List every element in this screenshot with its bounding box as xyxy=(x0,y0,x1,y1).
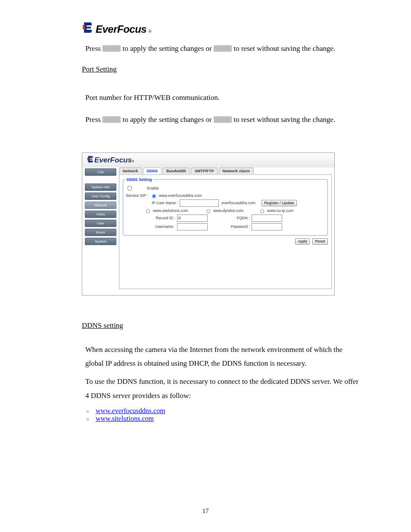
isp-dyndns-radio[interactable] xyxy=(206,209,210,213)
sidebar-item-event[interactable]: Event xyxy=(85,229,116,236)
reset-button[interactable]: Reset xyxy=(312,238,328,245)
sidebar-item-network[interactable]: Network xyxy=(85,202,116,209)
tab-bandwidth[interactable]: Bandwidth xyxy=(162,168,190,174)
ss-brand-name: EverFocus xyxy=(94,156,132,165)
text: to apply the setting changes or xyxy=(121,44,214,53)
sidebar-item-user[interactable]: User xyxy=(85,220,116,227)
section-ddns-setting: DDNS setting xyxy=(82,321,359,330)
port-desc: Port number for HTTP/WEB communication. xyxy=(85,91,359,105)
text: to reset without saving the change. xyxy=(232,115,335,124)
brand-logo: EverFocus ® xyxy=(82,22,359,35)
page-number: 17 xyxy=(0,507,411,515)
tab-ddns[interactable]: DDNS xyxy=(143,168,162,174)
tab-network-alarm[interactable]: Network Alarm xyxy=(219,168,254,174)
isp-sitelutions-radio[interactable] xyxy=(146,209,150,213)
ipcam-name-label: IP Cam Name : xyxy=(152,201,178,205)
isp-everfocus-label: www.everfocusddns.com xyxy=(159,193,202,198)
reset-button-placeholder xyxy=(214,116,232,123)
ddns-paragraph-1: When accessing the camera via the Intern… xyxy=(85,343,359,371)
fqdn-input[interactable] xyxy=(252,215,282,222)
link-sitelutions[interactable]: www.sitelutions.com xyxy=(96,415,154,422)
ss-header: EverFocus ® xyxy=(82,153,334,168)
reset-button-placeholder xyxy=(214,45,232,52)
tabs: Network DDNS Bandwidth SMTP/FTP Network … xyxy=(119,168,332,174)
isp-noip-radio[interactable] xyxy=(260,209,264,213)
link-everfocusddns[interactable]: www.everfocusddns.com xyxy=(96,407,165,414)
username-input[interactable] xyxy=(177,223,208,230)
text: to apply the setting changes or xyxy=(121,115,214,124)
ss-brand-reg: ® xyxy=(132,160,134,163)
tab-smtp-ftp[interactable]: SMTP/FTP xyxy=(191,168,218,174)
sidebar: Live System Info User Config Network Vid… xyxy=(82,168,119,295)
ddns-panel: DDNS Setting Enable Service ISP : www.ev… xyxy=(119,174,332,289)
fqdn-label: FQDN : xyxy=(226,216,250,220)
password-label: Password : xyxy=(226,224,250,229)
press-apply-reset-2: Press to apply the setting changes or to… xyxy=(85,113,359,127)
apply-button-placeholder xyxy=(103,116,121,123)
ddns-provider-list: www.everfocusddns.com www.sitelutions.co… xyxy=(82,407,359,423)
isp-sitelutions-label: www.sitelutions.com xyxy=(153,208,202,213)
domain-suffix: .everfocusddns.com xyxy=(221,201,255,205)
list-item: www.everfocusddns.com xyxy=(86,407,359,415)
apply-button-placeholder xyxy=(103,45,121,52)
enable-label: Enable xyxy=(147,186,159,190)
text: Press xyxy=(85,115,103,124)
ddns-settings-screenshot: EverFocus ® Live System Info User Config… xyxy=(82,152,335,296)
recordid-input[interactable] xyxy=(177,215,208,222)
sidebar-item-live[interactable]: Live xyxy=(85,168,116,176)
isp-noip-label: www.no-ip.com xyxy=(267,208,293,213)
section-port-setting: Port Setting xyxy=(82,65,359,74)
isp-dyndns-label: www.dyndns.com xyxy=(213,208,256,213)
tab-network[interactable]: Network xyxy=(119,168,142,174)
svg-rect-0 xyxy=(83,25,85,29)
sidebar-item-system-info[interactable]: System Info xyxy=(85,184,116,191)
ddns-paragraph-2: To use the DDNS function, it is necessar… xyxy=(85,375,359,403)
svg-rect-1 xyxy=(87,158,89,160)
text: to reset without saving the change. xyxy=(232,44,335,53)
service-isp-label: Service ISP : xyxy=(126,193,148,198)
register-update-button[interactable]: Register / Update xyxy=(262,200,297,206)
sidebar-item-video[interactable]: Video xyxy=(85,211,116,218)
sidebar-item-user-config[interactable]: User Config xyxy=(85,193,116,200)
brand-name: EverFocus xyxy=(96,23,146,35)
press-apply-reset-1: Press to apply the setting changes or to… xyxy=(85,42,359,56)
recordid-label: Record ID : xyxy=(152,216,175,220)
ddns-fieldset: DDNS Setting Enable Service ISP : www.ev… xyxy=(123,177,328,236)
logo-mark-icon xyxy=(87,156,94,162)
brand-reg: ® xyxy=(148,29,152,34)
ipcam-name-input[interactable] xyxy=(180,199,219,207)
enable-checkbox[interactable] xyxy=(128,186,132,190)
text: Press xyxy=(85,44,103,53)
isp-everfocus-radio[interactable] xyxy=(152,194,156,198)
logo-mark-icon xyxy=(82,22,94,34)
ddns-legend: DDNS Setting xyxy=(126,177,153,182)
apply-button[interactable]: Apply xyxy=(295,238,310,245)
list-item: www.sitelutions.com xyxy=(86,415,359,423)
sidebar-item-system[interactable]: System xyxy=(85,238,116,245)
username-label: Username : xyxy=(152,224,175,229)
password-input[interactable] xyxy=(252,223,282,230)
